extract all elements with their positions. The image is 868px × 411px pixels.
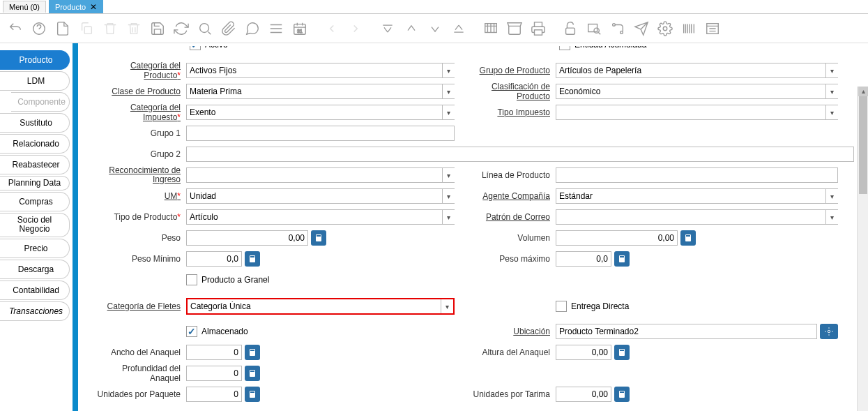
grupo2-input[interactable] bbox=[186, 147, 854, 162]
up-icon[interactable] bbox=[403, 20, 420, 37]
chevron-down-icon[interactable] bbox=[442, 105, 455, 120]
settings-icon[interactable] bbox=[657, 20, 673, 37]
entidad-acumulada-checkbox[interactable]: Entidad Acumulada bbox=[559, 46, 646, 50]
producto-granel-checkbox[interactable]: Producto a Granel bbox=[186, 274, 269, 285]
patron-correo-select[interactable] bbox=[556, 209, 838, 225]
calculator-icon[interactable] bbox=[245, 387, 260, 402]
um-input[interactable] bbox=[186, 188, 455, 204]
delete-icon[interactable] bbox=[102, 20, 119, 37]
sidetab-ldm[interactable]: LDM bbox=[0, 71, 70, 91]
unidades-tarima-input[interactable] bbox=[556, 387, 611, 402]
sidetab-transacciones[interactable]: Transacciones bbox=[0, 301, 70, 321]
calculator-icon[interactable] bbox=[245, 251, 260, 267]
barcode-icon[interactable] bbox=[680, 20, 697, 37]
nav-prev-icon[interactable] bbox=[323, 20, 340, 37]
agente-compania-input[interactable] bbox=[556, 188, 838, 204]
form-icon[interactable] bbox=[704, 20, 721, 37]
attach-icon[interactable] bbox=[220, 20, 237, 37]
altura-anaquel-input[interactable] bbox=[556, 345, 611, 360]
grupo-producto-select[interactable] bbox=[556, 63, 838, 78]
calendar-icon[interactable]: 31 bbox=[291, 20, 308, 37]
delete2-icon[interactable] bbox=[125, 20, 142, 37]
copy-icon[interactable] bbox=[78, 20, 95, 37]
clasificacion-producto-input[interactable] bbox=[556, 84, 838, 99]
sidetab-planning[interactable]: Planning Data bbox=[0, 176, 70, 190]
chevron-down-icon[interactable] bbox=[825, 188, 838, 204]
help-icon[interactable] bbox=[31, 20, 47, 37]
categoria-fletes-input[interactable] bbox=[188, 299, 453, 313]
chevron-down-icon[interactable] bbox=[442, 209, 455, 225]
chat-icon[interactable] bbox=[244, 20, 261, 37]
first-icon[interactable] bbox=[379, 20, 396, 37]
calculator-icon[interactable] bbox=[245, 366, 260, 381]
sidetab-reabastecer[interactable]: Reabastecer bbox=[0, 155, 70, 174]
grupo1-input[interactable] bbox=[186, 126, 455, 141]
calculator-icon[interactable] bbox=[614, 345, 630, 360]
locator-icon[interactable] bbox=[820, 324, 838, 339]
close-icon[interactable]: ✕ bbox=[90, 2, 97, 12]
chevron-down-icon[interactable] bbox=[825, 105, 838, 120]
search-icon[interactable] bbox=[197, 20, 213, 37]
calculator-icon[interactable] bbox=[680, 230, 696, 246]
volumen-input[interactable] bbox=[556, 230, 678, 246]
chevron-down-icon[interactable] bbox=[441, 299, 453, 313]
save-icon[interactable] bbox=[149, 20, 166, 37]
linea-producto-input[interactable] bbox=[556, 167, 838, 183]
zoom-icon[interactable] bbox=[586, 20, 602, 37]
patron-correo-input[interactable] bbox=[556, 209, 838, 225]
chevron-down-icon[interactable] bbox=[825, 63, 838, 78]
chevron-down-icon[interactable] bbox=[442, 63, 455, 78]
list-icon[interactable] bbox=[268, 20, 284, 37]
scroll-thumb[interactable] bbox=[859, 96, 867, 194]
categoria-impuesto-select[interactable] bbox=[186, 105, 455, 120]
almacenado-checkbox[interactable]: Almacenado bbox=[186, 326, 248, 337]
chevron-down-icon[interactable] bbox=[825, 209, 838, 225]
activo-checkbox[interactable]: Activo bbox=[190, 46, 228, 50]
reconocimiento-ingreso-input[interactable] bbox=[186, 167, 455, 183]
tab-menu[interactable]: Menú (0) bbox=[3, 1, 46, 13]
tipo-producto-input[interactable] bbox=[186, 209, 455, 225]
tipo-producto-select[interactable] bbox=[186, 209, 455, 225]
clase-producto-input[interactable] bbox=[186, 84, 455, 99]
chevron-down-icon[interactable] bbox=[442, 167, 455, 183]
archive-icon[interactable] bbox=[506, 20, 523, 37]
um-select[interactable] bbox=[186, 188, 455, 204]
sidetab-precio[interactable]: Precio bbox=[0, 239, 70, 258]
new-icon[interactable] bbox=[54, 20, 71, 37]
entrega-directa-checkbox[interactable]: Entrega Directa bbox=[556, 301, 629, 312]
calculator-icon[interactable] bbox=[311, 230, 326, 246]
categoria-impuesto-input[interactable] bbox=[186, 105, 455, 120]
calculator-icon[interactable] bbox=[614, 387, 630, 402]
calculator-icon[interactable] bbox=[614, 251, 630, 267]
report-icon[interactable] bbox=[482, 20, 499, 37]
tipo-impuesto-input[interactable] bbox=[556, 105, 838, 120]
refresh-icon[interactable] bbox=[173, 20, 190, 37]
sidetab-socio[interactable]: Socio del Negocio bbox=[0, 213, 70, 237]
scroll-up-icon[interactable]: ▴ bbox=[858, 87, 868, 96]
profundidad-anaquel-input[interactable] bbox=[186, 366, 242, 381]
scrollbar[interactable]: ▴ ▾ bbox=[857, 87, 868, 411]
sidetab-componente[interactable]: Componente bbox=[11, 92, 70, 112]
categoria-fletes-select[interactable] bbox=[186, 298, 455, 315]
undo-icon[interactable] bbox=[7, 20, 24, 37]
clasificacion-producto-select[interactable] bbox=[556, 84, 838, 99]
tab-producto[interactable]: Producto✕ bbox=[49, 0, 103, 13]
peso-input[interactable] bbox=[186, 230, 308, 246]
chevron-down-icon[interactable] bbox=[442, 84, 455, 99]
chevron-down-icon[interactable] bbox=[825, 84, 838, 99]
sidetab-producto[interactable]: Producto bbox=[0, 50, 70, 70]
peso-minimo-input[interactable] bbox=[186, 251, 242, 267]
down-icon[interactable] bbox=[427, 20, 443, 37]
agente-compania-select[interactable] bbox=[556, 188, 838, 204]
sidetab-compras[interactable]: Compras bbox=[0, 192, 70, 211]
print-icon[interactable] bbox=[530, 20, 547, 37]
calculator-icon[interactable] bbox=[245, 345, 260, 360]
reconocimiento-ingreso-select[interactable] bbox=[186, 167, 455, 183]
unidades-paquete-input[interactable] bbox=[186, 387, 242, 402]
clase-producto-select[interactable] bbox=[186, 84, 455, 99]
nav-next-icon[interactable] bbox=[347, 20, 364, 37]
sidetab-sustituto[interactable]: Sustituto bbox=[0, 113, 70, 133]
sidetab-descarga[interactable]: Descarga bbox=[0, 260, 70, 279]
ubicacion-input[interactable] bbox=[556, 324, 817, 339]
lock-icon[interactable] bbox=[562, 20, 579, 37]
